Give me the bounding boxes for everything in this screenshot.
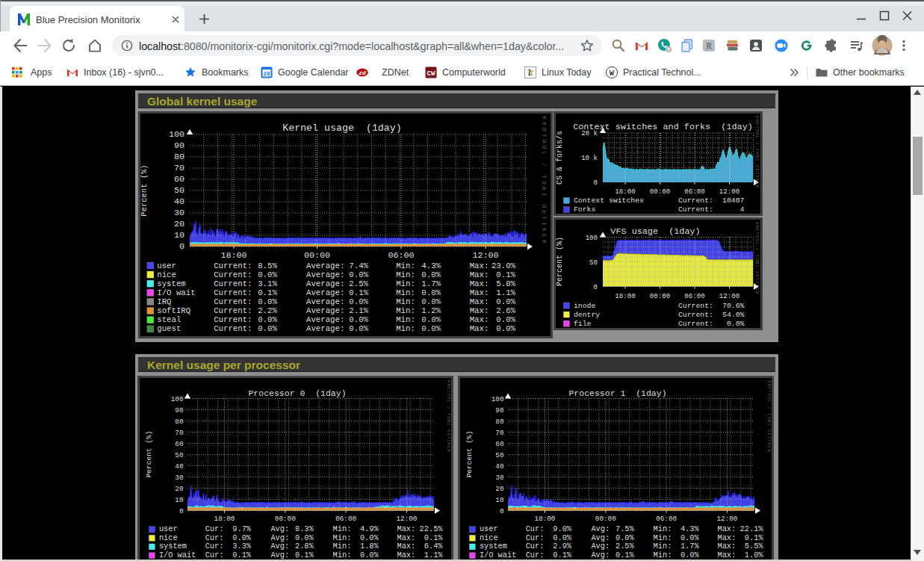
svg-text:Current:: Current:: [678, 196, 713, 205]
svg-text:0.0%: 0.0%: [727, 320, 745, 328]
svg-text:RRDTOOL / TOBI OETIKER: RRDTOOL / TOBI OETIKER: [754, 116, 760, 188]
svg-text:20 k: 20 k: [581, 129, 598, 137]
svg-text:4.3%: 4.3%: [680, 524, 700, 533]
svg-text:40: 40: [495, 462, 503, 471]
svg-text:9.0%: 9.0%: [553, 524, 572, 533]
svg-text:100: 100: [492, 395, 504, 403]
svg-text:10 k: 10 k: [581, 154, 598, 162]
svg-text:70: 70: [175, 429, 183, 437]
svg-text:Min:: Min:: [396, 315, 415, 324]
svg-text:Min:: Min:: [396, 297, 415, 306]
svg-text:0.0%: 0.0%: [360, 533, 379, 542]
svg-text:30: 30: [174, 208, 185, 218]
svg-text:9.7%: 9.7%: [232, 524, 252, 533]
svg-text:CW: CW: [427, 70, 435, 78]
svg-text:2.9%: 2.9%: [553, 542, 572, 551]
svg-text:1.0%: 1.0%: [745, 551, 764, 560]
svg-text:50: 50: [174, 185, 185, 196]
svg-text:nice: nice: [157, 270, 176, 279]
svg-text:22.5%: 22.5%: [420, 524, 444, 533]
svg-text:0.0%: 0.0%: [421, 315, 441, 324]
svg-text:2.2%: 2.2%: [258, 306, 277, 315]
svg-text:guest: guest: [157, 324, 181, 333]
svg-text:00:00: 00:00: [595, 515, 616, 523]
svg-text:50: 50: [589, 258, 598, 267]
svg-text:RRDTOOL / TOBI OETIKER: RRDTOOL / TOBI OETIKER: [766, 380, 772, 453]
svg-text:100: 100: [586, 234, 598, 242]
svg-text:00:00: 00:00: [650, 292, 670, 300]
svg-text:12:00: 12:00: [396, 515, 417, 523]
svg-text:2.6%: 2.6%: [496, 306, 515, 315]
svg-text:6.4%: 6.4%: [424, 542, 444, 551]
svg-text:60: 60: [174, 174, 185, 185]
svg-text:Min:: Min:: [396, 261, 415, 270]
svg-text:60: 60: [495, 440, 503, 448]
svg-text:5.5%: 5.5%: [745, 542, 764, 551]
svg-text:RRDTOOL / TOBI OETIKER: RRDTOOL / TOBI OETIKER: [754, 222, 760, 294]
svg-text:20: 20: [175, 485, 183, 493]
svg-text:70: 70: [495, 429, 503, 437]
svg-text:0.0%: 0.0%: [421, 324, 441, 333]
svg-text:20: 20: [495, 485, 503, 493]
svg-text:Context switches and forks (1: Context switches and forks (1day): [573, 122, 753, 132]
svg-text:Average:: Average:: [306, 288, 344, 297]
svg-text:100: 100: [171, 395, 184, 403]
svg-text:7.5%: 7.5%: [616, 524, 635, 533]
svg-text:Min:: Min:: [333, 542, 352, 551]
svg-text:Min:: Min:: [333, 533, 352, 542]
svg-text:Max:: Max:: [718, 524, 737, 533]
svg-text:Average:: Average:: [306, 297, 344, 306]
svg-text:Max:: Max:: [470, 324, 489, 333]
svg-text:zd: zd: [359, 69, 366, 76]
svg-text:0.0%: 0.0%: [258, 324, 277, 333]
svg-text:28: 28: [263, 71, 270, 77]
svg-text:Cur:: Cur:: [526, 542, 545, 551]
svg-text:Current:: Current:: [678, 302, 713, 310]
svg-text:0.0%: 0.0%: [232, 533, 252, 542]
svg-text:3.3%: 3.3%: [232, 542, 252, 551]
svg-text:0.0%: 0.0%: [496, 297, 515, 306]
svg-text:0.0%: 0.0%: [349, 297, 368, 306]
svg-text:nice: nice: [159, 533, 178, 542]
svg-text:Current:: Current:: [214, 288, 252, 297]
svg-text:Min:: Min:: [396, 279, 415, 288]
svg-text:0: 0: [179, 241, 185, 252]
svg-text:0.1%: 0.1%: [349, 288, 368, 297]
svg-text:8.5%: 8.5%: [258, 261, 277, 270]
svg-text:steal: steal: [157, 315, 181, 324]
svg-text:Forks: Forks: [574, 205, 596, 214]
svg-text:10: 10: [174, 230, 185, 241]
svg-text:90: 90: [175, 406, 183, 415]
svg-text:0.1%: 0.1%: [295, 551, 314, 560]
svg-text:18:00: 18:00: [220, 250, 246, 261]
svg-text:18:00: 18:00: [535, 515, 556, 523]
svg-text:0: 0: [500, 507, 504, 515]
svg-text:Processor 0 (1day): Processor 0 (1day): [248, 388, 346, 398]
svg-text:Min:: Min:: [654, 542, 672, 551]
svg-text:Avg:: Avg:: [270, 524, 289, 533]
svg-text:Average:: Average:: [306, 270, 344, 279]
svg-text:7.4%: 7.4%: [349, 261, 368, 270]
svg-text:0.1%: 0.1%: [553, 551, 572, 560]
svg-text:12:00: 12:00: [719, 187, 739, 196]
svg-text:Cur:: Cur:: [205, 551, 224, 560]
svg-text:file: file: [574, 320, 592, 328]
svg-text:1.1%: 1.1%: [424, 551, 444, 560]
svg-text:dentry: dentry: [574, 311, 600, 319]
svg-text:Cur:: Cur:: [205, 533, 224, 542]
svg-text:Context switches: Context switches: [574, 196, 644, 205]
svg-text:0.1%: 0.1%: [496, 270, 515, 279]
svg-text:I/O wait: I/O wait: [480, 551, 516, 560]
svg-text:10: 10: [175, 496, 183, 504]
svg-text:100: 100: [169, 129, 185, 140]
svg-text:0.0%: 0.0%: [360, 551, 379, 560]
svg-text:1.2%: 1.2%: [421, 306, 441, 315]
svg-text:80: 80: [174, 152, 185, 162]
svg-text:Average:: Average:: [306, 306, 344, 315]
svg-text:Processor 1 (1day): Processor 1 (1day): [568, 388, 666, 398]
svg-text:Max:: Max:: [470, 288, 489, 297]
svg-text:Max:: Max:: [718, 542, 737, 551]
svg-text:00:00: 00:00: [275, 515, 296, 523]
svg-text:Min:: Min:: [396, 288, 415, 297]
svg-text:?: ?: [667, 48, 670, 53]
